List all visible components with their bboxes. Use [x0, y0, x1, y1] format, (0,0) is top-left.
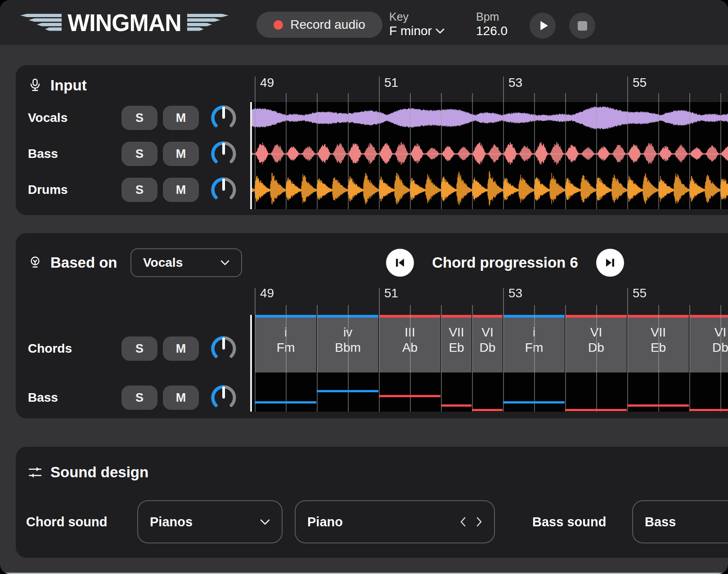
- volume-knob-bass[interactable]: [209, 139, 238, 168]
- solo-button-chords[interactable]: S: [121, 336, 157, 361]
- mute-button-bass-gen[interactable]: M: [163, 386, 199, 410]
- chord-roman: VI: [690, 325, 728, 340]
- chord-category-dropdown[interactable]: Pianos: [137, 500, 283, 543]
- bass-preset-selector[interactable]: Bass: [632, 500, 728, 543]
- bar-gridline: [441, 305, 442, 412]
- bar-gridline: [348, 305, 349, 412]
- bass-preset-value: Bass: [645, 515, 676, 529]
- next-preset-icon[interactable]: [476, 516, 482, 527]
- bar-gridline: [720, 305, 721, 412]
- solo-button-bass[interactable]: S: [121, 142, 157, 166]
- bass-note-Bbm: [317, 390, 378, 392]
- bass-note-Eb: [627, 404, 689, 407]
- app-title: WINGMAN: [67, 9, 181, 36]
- app-logo: WINGMAN: [20, 0, 229, 45]
- mute-button-vocals[interactable]: M: [163, 106, 199, 130]
- solo-button-vocals[interactable]: S: [121, 106, 157, 130]
- mute-button-drums[interactable]: M: [163, 178, 199, 202]
- bar-gridline: [255, 288, 256, 412]
- wing-right-icon: [187, 13, 229, 32]
- bar-gridline: [379, 288, 380, 412]
- bar-gridline: [317, 305, 318, 412]
- based-on-header: Based on: [28, 251, 117, 275]
- based-on-title: Based on: [50, 254, 117, 271]
- based-on-source-dropdown[interactable]: Vocals: [130, 248, 242, 277]
- plugin-window: WINGMAN Record audio Key F minor: [0, 0, 728, 574]
- source-dropdown-value: Vocals: [143, 256, 183, 270]
- mute-button-bass[interactable]: M: [163, 142, 199, 166]
- bass-note-Db: [472, 409, 503, 411]
- bass-note-Db: [689, 409, 728, 411]
- chord-block-VI-Db[interactable]: VIDb: [472, 315, 503, 372]
- chord-category-value: Pianos: [150, 515, 193, 529]
- input-title: Input: [50, 77, 87, 94]
- bass-note-Db: [565, 409, 627, 411]
- chevron-down-icon: [260, 519, 270, 525]
- previous-preset-icon[interactable]: [460, 516, 466, 527]
- bar-gridline: [503, 288, 504, 412]
- track-label-chords: Chords: [28, 336, 72, 361]
- chord-roman: VII: [441, 325, 472, 340]
- bar-gridline: [689, 305, 690, 412]
- bass-sound-label: Bass sound: [532, 500, 606, 543]
- bar-gridline: [534, 305, 535, 412]
- chord-sound-label: Chord sound: [26, 500, 107, 543]
- bar-gridline: [658, 305, 659, 412]
- bar-gridline: [596, 305, 597, 412]
- volume-knob-bass-gen[interactable]: [209, 383, 238, 412]
- sliders-icon: [28, 466, 42, 479]
- wing-left-icon: [20, 13, 62, 32]
- bass-note-Eb: [441, 404, 472, 407]
- volume-knob-vocals[interactable]: [209, 103, 238, 132]
- chord-name: Eb: [441, 340, 472, 355]
- chord-preset-selector[interactable]: Piano: [295, 500, 495, 543]
- volume-knob-drums[interactable]: [209, 175, 238, 204]
- bar-gridline: [472, 305, 473, 412]
- chord-block-VI-Db[interactable]: VIDb: [690, 315, 728, 372]
- volume-knob-chords[interactable]: [209, 334, 238, 363]
- bar-number: 55: [633, 286, 647, 300]
- chevron-down-icon: [220, 260, 229, 266]
- track-label-bass-gen: Bass: [28, 386, 58, 410]
- bar-number: 49: [260, 286, 274, 300]
- sound-design-title: Sound design: [50, 464, 148, 481]
- track-label-vocals: Vocals: [28, 106, 67, 130]
- bass-note-Fm: [255, 401, 316, 404]
- track-label-bass: Bass: [28, 142, 58, 166]
- chord-name: Db: [472, 340, 503, 355]
- bar-gridline: [565, 305, 566, 412]
- track-label-drums: Drums: [28, 178, 68, 202]
- solo-button-drums[interactable]: S: [121, 178, 157, 202]
- bar-number: 51: [384, 286, 398, 300]
- chord-roman: VI: [472, 325, 503, 340]
- input-header: Input: [28, 73, 87, 98]
- lightbulb-icon: [28, 256, 42, 270]
- solo-button-bass-gen[interactable]: S: [121, 386, 157, 410]
- bar-number: 53: [508, 286, 522, 300]
- mute-button-chords[interactable]: M: [163, 336, 199, 361]
- sound-design-header: Sound design: [28, 460, 148, 484]
- bar-gridline: [627, 288, 628, 412]
- playhead: [250, 315, 252, 412]
- chord-block-VII-Eb[interactable]: VIIEb: [441, 315, 472, 372]
- microphone-icon: [28, 78, 42, 93]
- bass-note-Ab: [379, 395, 440, 397]
- chord-timeline: iFmivBbmIIIAbVIIEbVIDbiFmVIDbVIIEbVIDb 4…: [250, 0, 728, 574]
- chord-name: Db: [690, 340, 728, 355]
- bar-gridline: [286, 305, 287, 412]
- chord-preset-value: Piano: [307, 515, 343, 529]
- bass-note-Fm: [503, 401, 565, 404]
